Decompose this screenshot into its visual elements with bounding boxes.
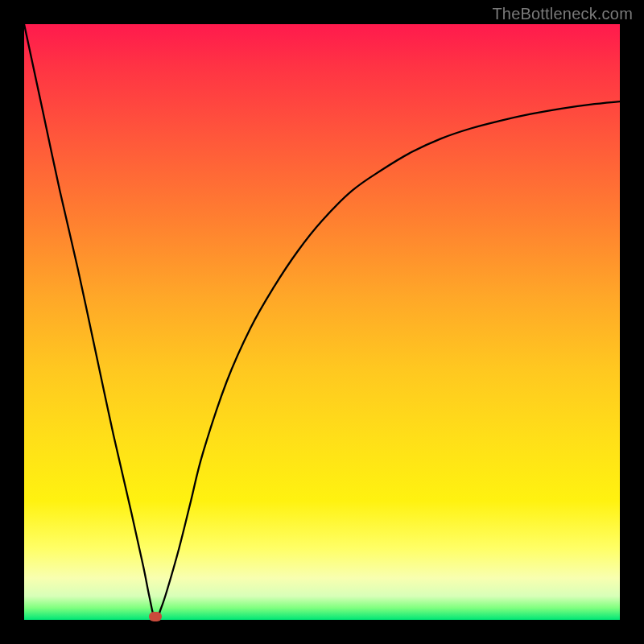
curve-svg xyxy=(24,24,620,620)
watermark-text: TheBottleneck.com xyxy=(492,5,633,23)
trough-marker xyxy=(149,612,162,621)
bottleneck-curve xyxy=(24,24,620,620)
plot-area xyxy=(24,24,620,620)
chart-frame: TheBottleneck.com xyxy=(0,0,644,644)
